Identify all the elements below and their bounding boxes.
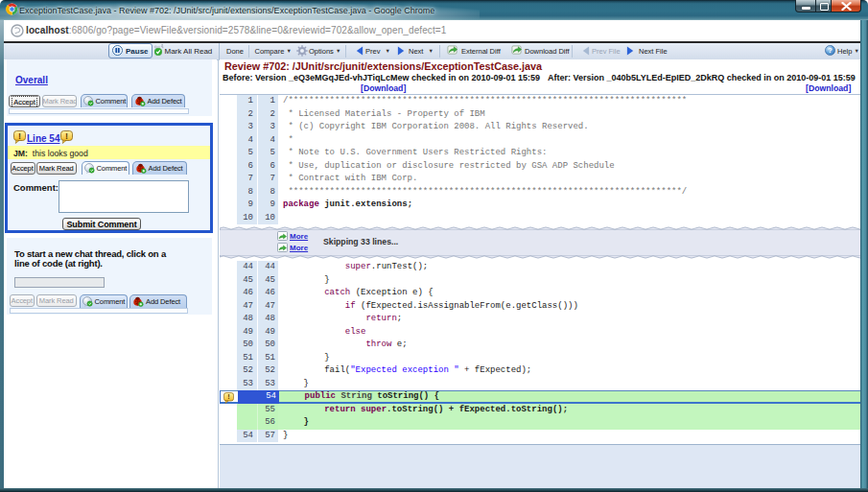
svg-text:?: ? [828, 46, 833, 55]
svg-text:!: ! [18, 131, 21, 141]
svg-text:!: ! [65, 131, 68, 141]
svg-text:!: ! [227, 392, 230, 401]
